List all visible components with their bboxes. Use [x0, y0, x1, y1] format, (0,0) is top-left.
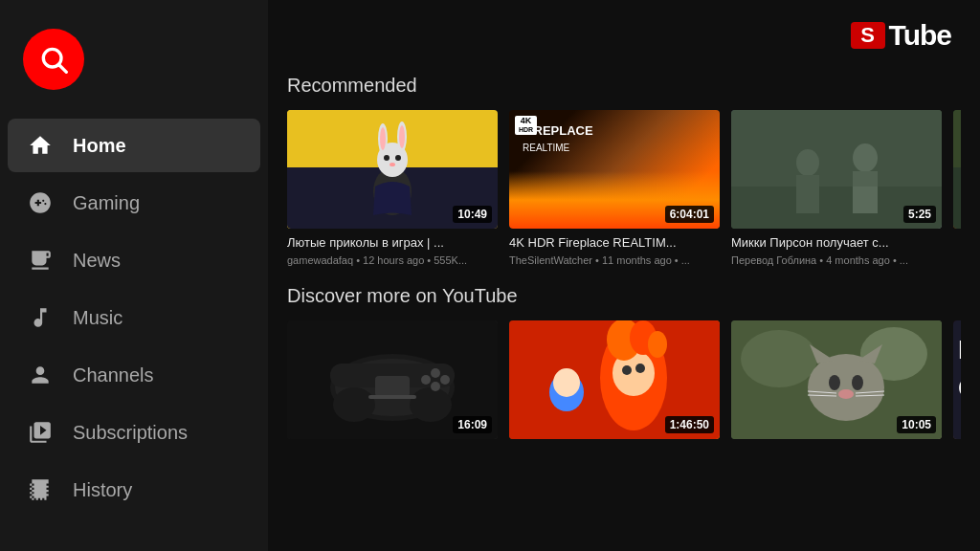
video-card-2[interactable]: FIREPLACEREALTIME 4K HDR 6:04:01 4K HDR …: [509, 110, 720, 266]
discover-row: 16:09: [287, 320, 961, 439]
nav-menu: Home Gaming News: [0, 119, 268, 517]
video-title-3: Микки Пирсон получает с...: [731, 234, 942, 252]
thumbnail-art-4: [953, 110, 961, 229]
history-label: History: [73, 479, 132, 501]
svg-line-1: [59, 65, 66, 72]
discover-duration-3: 10:05: [897, 416, 936, 433]
video-thumbnail-1: 10:49: [287, 110, 498, 229]
main-content: S Tube Recommended: [268, 0, 980, 551]
gaming-label: Gaming: [73, 192, 140, 214]
history-icon: [27, 476, 54, 503]
video-thumbnail-3: 5:25: [731, 110, 942, 229]
subscriptions-label: Subscriptions: [73, 422, 188, 444]
sidebar-item-subscriptions[interactable]: Subscriptions: [8, 406, 260, 459]
svg-point-49: [829, 375, 840, 390]
music-label: Music: [73, 307, 122, 329]
discover-section: Discover more on YouTube: [287, 285, 961, 439]
discover-card-2[interactable]: 1:46:50: [509, 320, 720, 439]
recommended-title: Recommended: [287, 75, 961, 97]
discover-thumbnail-3: 10:05: [731, 320, 942, 439]
home-label: Home: [73, 135, 126, 157]
svg-point-24: [333, 387, 375, 422]
svg-point-30: [431, 382, 440, 391]
search-button[interactable]: [23, 29, 84, 90]
svg-point-40: [635, 364, 645, 373]
svg-point-38: [648, 331, 667, 358]
svg-point-50: [852, 375, 863, 390]
svg-point-12: [390, 163, 395, 166]
svg-point-42: [553, 368, 580, 397]
discover-duration-2: 1:46:50: [665, 416, 714, 433]
sidebar-item-home[interactable]: Home: [8, 119, 260, 172]
video-duration-2: 6:04:01: [665, 206, 714, 223]
home-icon: [27, 132, 54, 159]
discover-thumbnail-1: 16:09: [287, 320, 498, 439]
logo: S Tube: [851, 19, 951, 52]
partial-thumb-art: B C: [953, 320, 961, 439]
video-card-4[interactable]: [953, 110, 961, 266]
video-title-1: Лютые приколы в играх | ...: [287, 234, 498, 252]
svg-rect-20: [953, 110, 961, 167]
svg-point-9: [399, 125, 405, 148]
discover-card-3[interactable]: 10:05: [731, 320, 942, 439]
recommended-section: Recommended: [287, 75, 961, 266]
video-thumbnail-4: [953, 110, 961, 229]
video-duration-3: 5:25: [903, 206, 936, 223]
svg-point-28: [431, 368, 440, 378]
video-card-3[interactable]: 5:25 Микки Пирсон получает с... Перевод …: [731, 110, 942, 266]
sidebar-item-channels[interactable]: Channels: [8, 348, 260, 402]
svg-point-8: [380, 127, 386, 150]
discover-thumbnail-4: B C: [953, 320, 961, 439]
channels-label: Channels: [73, 364, 154, 386]
badge-4k: 4K HDR: [515, 116, 537, 135]
discover-thumbnail-2: 1:46:50: [509, 320, 720, 439]
discover-card-4[interactable]: B C: [953, 320, 961, 439]
svg-rect-32: [368, 395, 416, 399]
video-title-2: 4K HDR Fireplace REALTIM...: [509, 234, 720, 252]
svg-point-10: [384, 155, 390, 161]
sidebar: Home Gaming News: [0, 0, 268, 551]
discover-title: Discover more on YouTube: [287, 285, 961, 307]
sidebar-item-news[interactable]: News: [8, 233, 260, 287]
subscriptions-icon: [27, 419, 54, 446]
news-label: News: [73, 250, 121, 272]
discover-duration-1: 16:09: [453, 416, 492, 433]
channels-icon: [27, 362, 54, 388]
video-meta-2: TheSilentWatcher • 11 months ago • ...: [509, 254, 720, 266]
gaming-icon: [27, 189, 54, 216]
recommended-row: 10:49 Лютые приколы в играх | ... gamewa…: [287, 110, 961, 266]
discover-card-1[interactable]: 16:09: [287, 320, 498, 439]
svg-rect-31: [375, 376, 410, 397]
video-meta-3: Перевод Гоблина • 4 months ago • ...: [731, 254, 942, 266]
svg-text:C: C: [958, 373, 961, 403]
svg-text:B: B: [958, 335, 961, 364]
sidebar-item-gaming[interactable]: Gaming: [8, 176, 260, 230]
svg-rect-18: [731, 110, 942, 187]
search-icon: [38, 44, 69, 75]
svg-point-11: [395, 155, 401, 161]
video-meta-1: gamewadafaq • 12 hours ago • 555K...: [287, 254, 498, 266]
logo-s: S: [851, 22, 885, 49]
music-icon: [27, 304, 54, 331]
sidebar-item-music[interactable]: Music: [8, 291, 260, 344]
video-card-1[interactable]: 10:49 Лютые приколы в играх | ... gamewa…: [287, 110, 498, 266]
svg-point-39: [622, 365, 632, 375]
svg-point-51: [838, 389, 854, 399]
svg-point-29: [440, 375, 450, 385]
logo-tube: Tube: [889, 19, 951, 52]
video-thumbnail-2: FIREPLACEREALTIME 4K HDR 6:04:01: [509, 110, 720, 229]
svg-point-25: [410, 387, 452, 422]
svg-point-44: [741, 330, 817, 387]
news-icon: [27, 247, 54, 274]
svg-point-27: [421, 375, 431, 385]
sidebar-item-history[interactable]: History: [8, 463, 260, 517]
svg-point-46: [808, 354, 884, 421]
video-duration-1: 10:49: [453, 206, 492, 223]
top-header: S Tube: [287, 19, 961, 52]
